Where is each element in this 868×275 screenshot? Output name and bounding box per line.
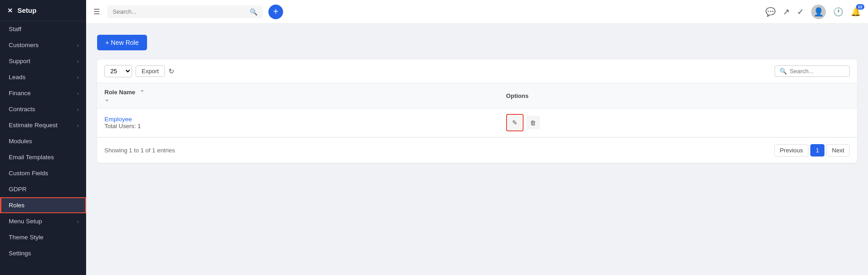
next-page-button[interactable]: Next — [826, 144, 850, 156]
share-icon[interactable]: ↗ — [783, 7, 790, 17]
global-search-container: 🔍 — [107, 5, 263, 18]
check-icon[interactable]: ✓ — [797, 7, 804, 17]
page-1-button[interactable]: 1 — [810, 144, 824, 156]
edit-button-wrapper: ✎ — [506, 114, 524, 131]
sidebar-item-label: Menu Setup — [9, 218, 42, 225]
role-name-cell: EmployeeTotal Users: 1 — [97, 108, 499, 137]
refresh-button[interactable]: ↻ — [169, 67, 175, 75]
message-icon[interactable]: 💬 — [765, 7, 775, 17]
chevron-right-icon: › — [77, 123, 79, 128]
roles-tbody: EmployeeTotal Users: 1✎🗑 — [97, 108, 857, 137]
col-role-name[interactable]: Role Name ⌃⌄ — [97, 83, 499, 108]
sidebar-item-staff[interactable]: Staff — [0, 21, 86, 37]
pagination-buttons: Previous 1 Next — [774, 144, 850, 156]
sidebar-item-email-templates[interactable]: Email Templates — [0, 149, 86, 165]
sidebar-item-custom-fields[interactable]: Custom Fields — [0, 165, 86, 181]
table-toolbar: 25 50 100 Export ↻ 🔍 — [97, 59, 857, 83]
chevron-right-icon: › — [77, 43, 79, 48]
sidebar-item-label: Contracts — [9, 106, 35, 113]
main-content: ☰ 🔍 + 💬 ↗ ✓ 👤 🕐 🔔 22 + New Role 25 — [86, 0, 868, 275]
sidebar-header: ✕ Setup — [0, 0, 86, 21]
chevron-right-icon: › — [77, 59, 79, 64]
sidebar-item-modules[interactable]: Modules — [0, 133, 86, 149]
total-users-label: Total Users: 1 — [104, 123, 491, 129]
chevron-right-icon: › — [77, 91, 79, 96]
sidebar-item-label: Settings — [9, 250, 31, 257]
sidebar-item-label: Custom Fields — [9, 170, 48, 177]
sidebar-title: Setup — [17, 6, 37, 14]
delete-role-button[interactable]: 🗑 — [526, 116, 540, 129]
global-search-icon: 🔍 — [250, 8, 257, 16]
sidebar-item-leads[interactable]: Leads› — [0, 69, 86, 85]
export-button[interactable]: Export — [136, 65, 165, 77]
avatar[interactable]: 👤 — [811, 5, 826, 19]
sidebar-item-label: Leads — [9, 74, 26, 81]
sidebar-item-support[interactable]: Support› — [0, 53, 86, 69]
showing-text: Showing 1 to 1 of 1 entries — [104, 147, 175, 154]
sidebar-item-roles[interactable]: Roles — [0, 197, 86, 213]
chevron-right-icon: › — [77, 219, 79, 224]
sidebar-item-label: Finance — [9, 90, 31, 97]
roles-table: Role Name ⌃⌄ Options EmployeeTotal Users… — [97, 83, 857, 137]
close-icon[interactable]: ✕ — [7, 7, 13, 14]
table-search-input[interactable] — [790, 68, 845, 75]
new-role-button[interactable]: + New Role — [97, 35, 147, 50]
page-content: + New Role 25 50 100 Export ↻ 🔍 — [86, 24, 868, 275]
previous-page-button[interactable]: Previous — [774, 144, 808, 156]
notification-count: 22 — [856, 4, 864, 10]
sidebar-item-menu-setup[interactable]: Menu Setup› — [0, 213, 86, 229]
table-row: EmployeeTotal Users: 1✎🗑 — [97, 108, 857, 137]
options-cell: ✎🗑 — [499, 108, 857, 137]
sidebar-item-contracts[interactable]: Contracts› — [0, 101, 86, 117]
sidebar-item-settings[interactable]: Settings — [0, 245, 86, 261]
sidebar-item-estimate-request[interactable]: Estimate Request› — [0, 117, 86, 133]
sidebar-item-theme-style[interactable]: Theme Style — [0, 229, 86, 245]
sidebar-item-label: GDPR — [9, 186, 27, 193]
table-search-container: 🔍 — [775, 65, 850, 77]
roles-table-container: 25 50 100 Export ↻ 🔍 Role Name ⌃ — [97, 59, 857, 163]
sidebar-item-label: Customers — [9, 42, 38, 49]
pagination-row: Showing 1 to 1 of 1 entries Previous 1 N… — [97, 137, 857, 163]
role-name-link[interactable]: Employee — [104, 116, 132, 123]
sidebar-item-label: Staff — [9, 26, 22, 32]
sidebar-item-label: Estimate Request — [9, 122, 58, 129]
chevron-right-icon: › — [77, 107, 79, 112]
sidebar-item-customers[interactable]: Customers› — [0, 37, 86, 53]
chevron-right-icon: › — [77, 75, 79, 80]
sidebar-item-label: Support — [9, 58, 30, 65]
sidebar-item-label: Theme Style — [9, 234, 44, 241]
sidebar-item-gdpr[interactable]: GDPR — [0, 181, 86, 197]
edit-role-button[interactable]: ✎ — [508, 116, 522, 129]
sidebar-item-finance[interactable]: Finance› — [0, 85, 86, 101]
topbar: ☰ 🔍 + 💬 ↗ ✓ 👤 🕐 🔔 22 — [86, 0, 868, 24]
sidebar-items: StaffCustomers›Support›Leads›Finance›Con… — [0, 21, 86, 261]
sidebar-item-label: Email Templates — [9, 154, 54, 161]
per-page-select[interactable]: 25 50 100 — [104, 65, 132, 77]
sidebar-item-label: Modules — [9, 138, 32, 145]
topbar-right: 💬 ↗ ✓ 👤 🕐 🔔 22 — [765, 5, 861, 19]
add-button[interactable]: + — [268, 5, 283, 19]
menu-icon[interactable]: ☰ — [93, 7, 100, 16]
table-search-icon: 🔍 — [780, 68, 787, 75]
sidebar: ✕ Setup StaffCustomers›Support›Leads›Fin… — [0, 0, 86, 275]
col-options: Options — [499, 83, 857, 108]
sidebar-item-label: Roles — [9, 202, 25, 209]
global-search-input[interactable] — [113, 8, 246, 15]
notification-bell[interactable]: 🔔 22 — [851, 7, 861, 17]
clock-icon[interactable]: 🕐 — [833, 7, 843, 17]
